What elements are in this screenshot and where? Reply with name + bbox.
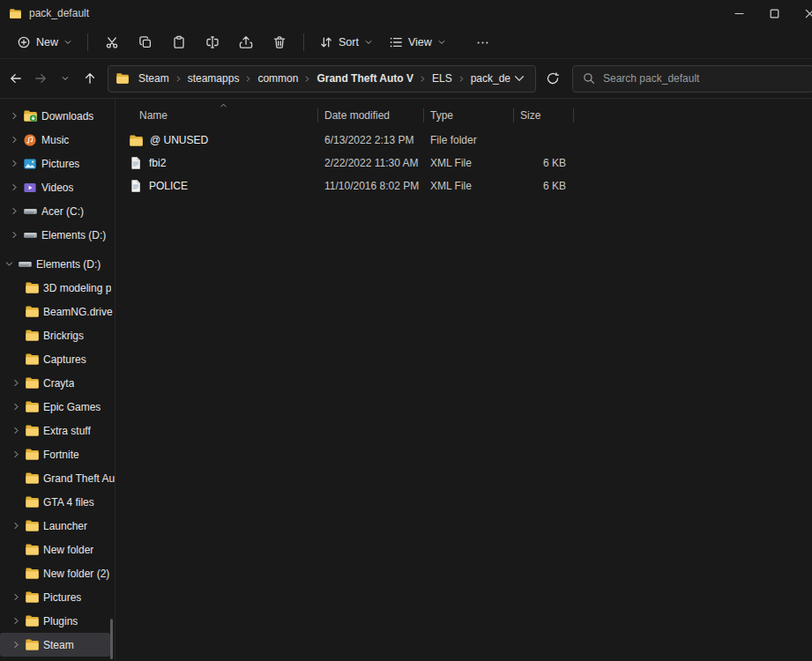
breadcrumb-chevron-icon[interactable] [303, 75, 311, 83]
breadcrumb-item-common[interactable]: common [253, 71, 302, 86]
sidebar-item-label: Pictures [41, 158, 79, 170]
chevron-right-icon[interactable] [7, 159, 21, 168]
new-button[interactable]: New [9, 29, 80, 56]
sidebar-item-elements-d-expanded[interactable]: Elements (D:) [0, 252, 115, 276]
sidebar-item-epic-games[interactable]: Epic Games [0, 395, 115, 419]
refresh-button[interactable] [540, 66, 564, 92]
breadcrumb: SteamsteamappscommonGrand Theft Auto VEL… [134, 71, 510, 86]
sidebar-item-fortnite[interactable]: Fortnite [0, 442, 115, 466]
sort-button[interactable]: Sort [311, 29, 381, 56]
drive-icon [16, 256, 34, 271]
folder-icon [23, 423, 41, 438]
chevron-right-icon[interactable] [9, 426, 23, 435]
sidebar-item-beamng-drive[interactable]: BeamNG.drive [0, 300, 115, 323]
chevron-right-icon[interactable] [7, 135, 21, 145]
sidebar: DownloadsMusicPicturesVideosAcer (C:)Ele… [0, 99, 115, 661]
breadcrumb-item-els[interactable]: ELS [428, 71, 457, 86]
copy-button[interactable] [129, 29, 162, 56]
sidebar-item-plugins[interactable]: Plugins [0, 609, 115, 633]
forward-button[interactable] [28, 66, 52, 92]
sidebar-item-steam[interactable]: Steam [0, 633, 110, 657]
view-button[interactable]: View [381, 29, 454, 56]
folder-icon [23, 637, 41, 652]
chevron-right-icon[interactable] [9, 640, 23, 650]
drive-icon [21, 204, 39, 219]
close-button[interactable] [792, 0, 812, 26]
up-button[interactable] [78, 66, 101, 92]
file-list: NameDate modifiedTypeSize @ UNUSED6/13/2… [115, 99, 812, 661]
rename-button[interactable] [196, 29, 229, 56]
forward-icon [34, 71, 48, 85]
folder-icon [23, 542, 41, 557]
chevron-right-icon[interactable] [7, 206, 21, 216]
sidebar-item-extra-stuff[interactable]: Extra stuff [0, 419, 115, 442]
chevron-down-icon[interactable] [2, 259, 16, 269]
recent-locations-button[interactable] [53, 66, 77, 92]
cut-button[interactable] [95, 29, 129, 56]
sidebar-scrollbar[interactable] [110, 619, 113, 659]
sidebar-tree: DownloadsMusicPicturesVideosAcer (C:)Ele… [0, 104, 115, 657]
sidebar-item-pictures[interactable]: Pictures [0, 585, 115, 609]
file-row-police[interactable]: POLICE11/10/2016 8:02 PMXML File6 KB [115, 175, 812, 197]
maximize-icon [768, 7, 781, 20]
column-header-size[interactable]: Size [514, 108, 574, 123]
chevron-right-icon[interactable] [9, 616, 23, 626]
sidebar-item-pictures[interactable]: Pictures [0, 152, 115, 175]
address-bar[interactable]: SteamsteamappscommonGrand Theft Auto VEL… [108, 65, 536, 93]
search-box[interactable] [572, 65, 812, 93]
folder-icon [23, 447, 41, 462]
sidebar-item-new-folder[interactable]: New folder [0, 538, 115, 561]
minimize-button[interactable] [721, 0, 756, 26]
sidebar-item-videos[interactable]: Videos [0, 175, 115, 199]
breadcrumb-chevron-icon[interactable] [175, 75, 183, 83]
chevron-right-icon[interactable] [7, 111, 21, 121]
share-button[interactable] [229, 29, 263, 56]
sidebar-item-elements-d[interactable]: Elements (D:) [0, 223, 115, 247]
sidebar-item-crayta[interactable]: Crayta [0, 371, 115, 395]
chevron-right-icon[interactable] [7, 230, 21, 240]
file-name: @ UNUSED [150, 134, 208, 146]
delete-button[interactable] [263, 29, 296, 56]
column-header-type[interactable]: Type [424, 108, 514, 123]
breadcrumb-item-grand-theft-auto-v[interactable]: Grand Theft Auto V [312, 71, 418, 86]
chevron-right-icon[interactable] [9, 378, 23, 388]
column-header-date-modified[interactable]: Date modified [318, 108, 424, 123]
sidebar-item-grand-theft-au[interactable]: Grand Theft Au [0, 466, 115, 490]
sidebar-item-launcher[interactable]: Launcher [0, 514, 115, 538]
file-row-unused[interactable]: @ UNUSED6/13/2022 2:13 PMFile folder [115, 129, 812, 152]
chevron-right-icon[interactable] [9, 521, 23, 531]
breadcrumb-chevron-icon[interactable] [419, 75, 427, 83]
breadcrumb-item-pack-default[interactable]: pack_default [466, 71, 510, 86]
sidebar-item-new-folder-2[interactable]: New folder (2) [0, 561, 115, 585]
folder-icon [23, 590, 41, 605]
file-row-fbi2[interactable]: fbi22/22/2022 11:30 AMXML File6 KB [115, 152, 812, 175]
sidebar-item-label: BeamNG.drive [43, 306, 113, 318]
chevron-right-icon[interactable] [9, 402, 23, 412]
back-button[interactable] [4, 66, 27, 92]
sidebar-item-music[interactable]: Music [0, 128, 115, 152]
sidebar-item-acer-c[interactable]: Acer (C:) [0, 199, 115, 223]
sidebar-item-3d-modeling-p[interactable]: 3D modeling p [0, 276, 115, 300]
sidebar-item-brickrigs[interactable]: Brickrigs [0, 323, 115, 347]
sidebar-item-label: Elements (D:) [41, 229, 106, 241]
column-header-name[interactable]: Name [115, 108, 318, 123]
more-options-button[interactable] [466, 29, 500, 56]
breadcrumb-chevron-icon[interactable] [458, 75, 466, 83]
breadcrumb-item-steam[interactable]: Steam [134, 71, 174, 86]
sidebar-item-label: Downloads [41, 110, 93, 123]
breadcrumb-item-steamapps[interactable]: steamapps [183, 71, 244, 86]
chevron-right-icon[interactable] [9, 592, 23, 602]
address-dropdown-icon[interactable] [510, 71, 528, 85]
sidebar-item-label: Pictures [43, 591, 81, 604]
chevron-right-icon[interactable] [9, 449, 23, 459]
folder-icon [23, 518, 41, 533]
breadcrumb-chevron-icon[interactable] [244, 75, 252, 83]
sidebar-item-gta-4-files[interactable]: GTA 4 files [0, 490, 115, 514]
search-input[interactable] [603, 72, 804, 85]
sidebar-item-downloads[interactable]: Downloads [0, 104, 115, 128]
maximize-button[interactable] [756, 0, 792, 26]
chevron-right-icon[interactable] [7, 182, 21, 192]
sidebar-item-captures[interactable]: Captures [0, 347, 115, 371]
up-icon [83, 71, 97, 85]
paste-button[interactable] [162, 29, 196, 56]
